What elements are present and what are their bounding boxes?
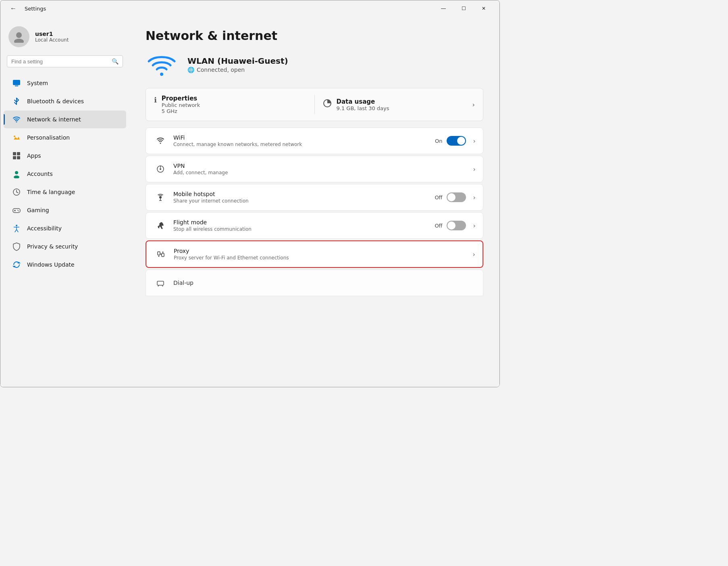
personalisation-icon [12, 133, 21, 142]
wifi-subtitle: Connect, manage known networks, metered … [173, 142, 435, 147]
sidebar-item-system[interactable]: System [4, 74, 126, 92]
user-account-type: Local Account [35, 37, 69, 43]
flight-mode-icon [153, 218, 168, 233]
info-icon: ℹ️ [154, 96, 157, 104]
chevron-mobile-hotspot: › [473, 194, 476, 201]
svg-point-37 [162, 252, 164, 253]
flight-mode-subtitle: Stop all wireless communication [173, 226, 435, 232]
minimize-button[interactable]: — [434, 2, 453, 15]
sidebar-label-windows-update: Windows Update [27, 261, 75, 268]
wlan-info: WLAN (Huawei-Guest) 🌐 Connected, open [187, 56, 288, 73]
chevron-vpn: › [473, 165, 476, 173]
svg-rect-2 [13, 80, 20, 85]
sidebar-item-privacy[interactable]: Privacy & security [4, 238, 126, 255]
back-button[interactable]: ← [7, 3, 20, 14]
accessibility-icon [12, 223, 21, 233]
data-usage-chevron: › [472, 101, 475, 109]
sidebar-label-accessibility: Accessibility [27, 225, 62, 232]
svg-rect-9 [17, 156, 20, 159]
sidebar-item-accounts[interactable]: Accounts [4, 165, 126, 183]
svg-point-30 [159, 196, 162, 198]
svg-rect-38 [157, 281, 164, 285]
data-usage-text: Data usage 9.1 GB, last 30 days [337, 98, 389, 111]
properties-divider [314, 95, 315, 114]
app-title: Settings [25, 6, 46, 12]
close-button[interactable]: ✕ [474, 2, 493, 15]
user-section: user1 Local Account [0, 20, 129, 55]
dial-up-item[interactable]: Dial-up [146, 269, 483, 296]
svg-point-5 [14, 136, 15, 137]
settings-item-flight-mode[interactable]: Flight mode Stop all wireless communicat… [146, 212, 483, 239]
dialup-title: Dial-up [173, 280, 476, 286]
sidebar-item-gaming[interactable]: Gaming [4, 201, 126, 219]
wifi-title: WiFi [173, 134, 435, 141]
toggle-thumb-flight-mode [447, 221, 456, 230]
data-usage-section[interactable]: Data usage 9.1 GB, last 30 days › [323, 95, 475, 114]
window-controls: — ☐ ✕ [434, 2, 493, 15]
settings-item-mobile-hotspot[interactable]: Mobile hotspot Share your internet conne… [146, 184, 483, 211]
properties-title: Properties [162, 95, 200, 102]
wlan-status-text: Connected, open [197, 67, 245, 73]
sidebar-item-personalisation[interactable]: Personalisation [4, 129, 126, 146]
sidebar-item-bluetooth[interactable]: Bluetooth & devices [4, 92, 126, 110]
proxy-text: Proxy Proxy server for Wi-Fi and Etherne… [174, 248, 470, 261]
vpn-text: VPN Add, connect, manage [173, 163, 470, 175]
sidebar-item-network[interactable]: Network & internet [4, 111, 126, 128]
wifi-right: On › [435, 136, 476, 146]
dialup-icon [153, 276, 168, 290]
sidebar-item-windows-update[interactable]: Windows Update [4, 256, 126, 274]
avatar [8, 26, 29, 47]
settings-item-vpn[interactable]: VPN Add, connect, manage › [146, 156, 483, 182]
svg-rect-33 [158, 252, 160, 255]
main-content: Network & internet WLAN (Huawei-Guest) 🌐… [129, 17, 499, 387]
svg-point-0 [16, 32, 22, 38]
properties-left: ℹ️ Properties Public network 5 GHz [154, 95, 306, 114]
properties-row: ℹ️ Properties Public network 5 GHz [146, 88, 483, 121]
svg-point-4 [16, 121, 17, 123]
maximize-button[interactable]: ☐ [454, 2, 473, 15]
gaming-icon [12, 205, 21, 215]
toggle-mobile-hotspot[interactable] [447, 192, 466, 202]
svg-point-26 [160, 143, 161, 144]
wifi-large-icon [146, 52, 178, 77]
mobile-hotspot-icon [153, 190, 168, 205]
svg-point-20 [16, 225, 17, 226]
mobile-hotspot-subtitle: Share your internet connection [173, 198, 435, 204]
flight-mode-title: Flight mode [173, 219, 435, 226]
svg-point-11 [14, 175, 19, 178]
apps-icon [12, 151, 21, 161]
search-input[interactable] [11, 58, 108, 65]
svg-point-24 [160, 73, 163, 76]
chevron-wifi: › [473, 137, 476, 145]
proxy-icon [154, 247, 168, 261]
app-body: user1 Local Account 🔍 System Bluetooth &… [0, 17, 499, 387]
mobile-hotspot-title: Mobile hotspot [173, 191, 435, 197]
wifi-text: WiFi Connect, manage known networks, met… [173, 134, 435, 147]
settings-item-wifi[interactable]: WiFi Connect, manage known networks, met… [146, 127, 483, 154]
sidebar-item-accessibility[interactable]: Accessibility [4, 219, 126, 237]
svg-point-36 [158, 256, 160, 257]
toggle-flight-mode[interactable] [447, 221, 466, 230]
toggle-thumb-wifi [457, 137, 465, 145]
svg-point-10 [15, 171, 18, 174]
wlan-name: WLAN (Huawei-Guest) [187, 56, 288, 66]
dialup-text: Dial-up [173, 280, 476, 286]
data-usage-info: Data usage 9.1 GB, last 30 days [323, 98, 389, 111]
search-box[interactable]: 🔍 [7, 55, 123, 67]
flight-mode-text: Flight mode Stop all wireless communicat… [173, 219, 435, 232]
sidebar-label-accounts: Accounts [27, 171, 53, 177]
sidebar-item-time[interactable]: Time & language [4, 183, 126, 201]
toggle-wifi[interactable] [447, 136, 466, 146]
svg-line-14 [17, 192, 18, 193]
accounts-icon [12, 169, 21, 179]
sidebar-label-time: Time & language [27, 189, 75, 195]
settings-item-proxy[interactable]: Proxy Proxy server for Wi-Fi and Etherne… [146, 240, 483, 268]
sidebar-item-apps[interactable]: Apps [4, 147, 126, 165]
proxy-subtitle: Proxy server for Wi-Fi and Ethernet conn… [174, 255, 470, 261]
search-icon: 🔍 [112, 58, 119, 65]
user-name: user1 [35, 31, 69, 37]
vpn-icon [153, 162, 168, 176]
svg-rect-34 [162, 253, 164, 257]
time-icon [12, 187, 21, 197]
privacy-icon [12, 242, 21, 251]
